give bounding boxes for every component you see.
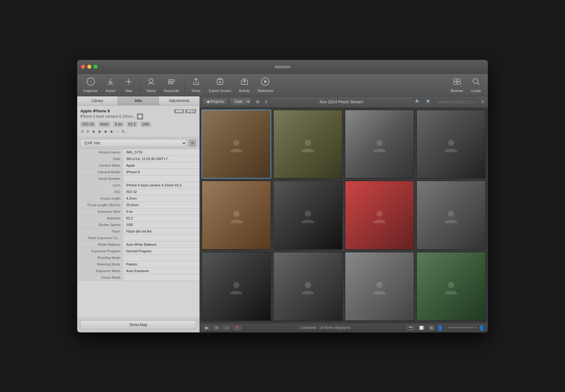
exif-value — [124, 274, 199, 281]
svg-point-28 — [448, 282, 454, 288]
list-view-button[interactable]: ≡ — [262, 98, 270, 105]
exif-value: 4.2mm — [124, 195, 199, 201]
gps-tag-button[interactable]: 📍 — [232, 325, 242, 331]
svg-rect-4 — [168, 82, 173, 84]
photo-item[interactable]: ★★★★ 🖼 ⚑ — [345, 180, 414, 250]
exif-label: Camera Make: — [77, 162, 124, 169]
photo-item[interactable]: ★★★★ 🖼 ⚑ — [416, 180, 486, 250]
single-view-button[interactable]: ⬜ — [417, 325, 426, 331]
back-chevron-icon: ◀ — [206, 99, 209, 104]
awb-badge: AWB — [174, 109, 184, 113]
photo-item[interactable]: ★★★★ 🖼 ⚑ — [202, 252, 271, 321]
exif-label: Exposure Program: — [77, 248, 124, 254]
photo-item[interactable]: ★★★★ 🖼 ⚑ — [273, 252, 343, 321]
new-button[interactable]: New — [120, 75, 137, 94]
exif-value — [124, 175, 199, 182]
select-tool-button[interactable]: ▶ — [203, 325, 211, 331]
star-1[interactable]: ★ — [92, 129, 96, 134]
grid-small-button[interactable]: ⊞ — [428, 325, 435, 331]
projects-button[interactable]: ◀ Projects — [203, 98, 227, 105]
photo-image — [202, 181, 271, 250]
svg-point-27 — [376, 282, 383, 288]
svg-point-16 — [139, 116, 141, 117]
rotate-tool-button[interactable]: ↺ — [212, 325, 221, 331]
exif-label: White Balance: — [77, 241, 124, 248]
photo-item[interactable]: ★★★★ 🖼 ⚑ — [202, 110, 271, 179]
new-icon — [124, 77, 133, 88]
date-select[interactable]: Date — [230, 98, 251, 105]
photo-item[interactable]: ★★★★ 🖼 ⚑ — [273, 180, 343, 250]
exif-row: Metering Mode: Pattern — [77, 261, 199, 268]
photo-item[interactable]: ★★★★ 🖼 ⚑ — [345, 252, 414, 321]
grid-view-button[interactable]: ⊞ — [254, 98, 262, 105]
share-button[interactable]: Share — [188, 75, 205, 94]
close-button[interactable] — [81, 65, 85, 69]
inspector-button[interactable]: i Inspector — [80, 75, 101, 94]
show-map-button[interactable]: Show Map — [80, 320, 196, 329]
slideshow-button[interactable]: Slideshow — [254, 75, 276, 94]
exif-row: Date: 30/11/14, 12:03:45 GMT+7 — [77, 156, 199, 162]
activity-label: Activity — [239, 89, 250, 93]
name-button[interactable]: Name — [143, 75, 159, 94]
keywords-button[interactable]: Keywords — [161, 75, 182, 94]
svg-rect-12 — [454, 82, 457, 84]
exif-label: Metering Mode: — [77, 261, 124, 267]
search-input[interactable] — [435, 99, 479, 105]
photo-footer: ★★★★ 🖼 ⚑ — [274, 250, 342, 250]
star-2[interactable]: ★ — [98, 129, 102, 134]
photo-info-button[interactable]: 📷 — [406, 325, 415, 331]
exif-value — [124, 255, 199, 261]
exif-row: Focal Length (35mm): 29.0mm — [77, 202, 199, 208]
photo-item[interactable]: ★★★★ 🖼 ⚑ — [202, 180, 271, 250]
zoom-slider[interactable] — [448, 327, 473, 328]
rotate-right-icon[interactable]: ↻ — [121, 129, 125, 134]
exif-row: ISO: ISO 32 — [77, 189, 199, 195]
import-button[interactable]: Import — [102, 75, 119, 94]
maximize-button[interactable] — [94, 65, 98, 69]
status-right: 📷 ⬜ ⊞ 👤 − + 👤 — [406, 325, 485, 331]
face-tag-button[interactable]: ☺ — [222, 325, 231, 331]
param-shutter: 1/60 — [140, 121, 151, 127]
inspector-icon: i — [86, 77, 95, 88]
browser-button[interactable]: Browser — [448, 75, 466, 94]
svg-point-19 — [376, 140, 383, 146]
exif-value: Auto Exposure — [124, 268, 199, 274]
photo-item[interactable]: ★★★★ 🖼 ⚑ — [273, 110, 343, 179]
star-5[interactable]: ★ — [116, 129, 120, 134]
photo-image — [345, 181, 414, 250]
exif-row: Exposure Bias: 0 ev — [77, 208, 199, 215]
activity-button[interactable]: Activity — [236, 75, 253, 94]
photo-item[interactable]: ★★★★ 🖼 ⚑ — [345, 110, 414, 179]
star-3[interactable]: ★ — [104, 129, 108, 134]
loupe-button[interactable]: Loupe — [468, 75, 485, 94]
status-text: 1 selected · 14 items displayed — [299, 325, 350, 330]
browser-icon — [453, 77, 461, 88]
person-icon-2: 👤 — [478, 325, 485, 331]
exif-value: 30/11/14, 12:03:45 GMT+7 — [124, 156, 199, 162]
name-icon — [147, 77, 155, 88]
export-button[interactable]: Export Version — [206, 75, 235, 94]
photo-item[interactable]: ★★★★ 🖼 ⚑ — [416, 252, 486, 321]
tab-info[interactable]: Info — [118, 96, 159, 105]
minimize-button[interactable] — [87, 65, 91, 69]
reject-icon[interactable]: ✕ — [86, 129, 90, 134]
sidebar: Library Info Adjustments Apple iPhone 6 … — [77, 96, 200, 332]
search-options-button[interactable]: 🔍 — [413, 98, 422, 105]
keywords-icon — [167, 77, 176, 88]
tab-library[interactable]: Library — [77, 96, 118, 105]
exif-label: ISO: — [77, 189, 124, 195]
activity-icon — [240, 77, 249, 88]
exif-info-dropdown[interactable]: EXIF Info — [80, 139, 187, 147]
svg-rect-11 — [457, 79, 460, 81]
star-4[interactable]: ★ — [110, 129, 114, 134]
search-clear-button[interactable]: ✕ — [481, 99, 485, 104]
photo-item[interactable]: ★★★★ 🖼 ⚑ — [416, 110, 486, 179]
param-focal: 4mm — [98, 121, 110, 127]
rotate-left-icon[interactable]: ↺ — [80, 129, 84, 134]
info-settings-button[interactable]: ⚙ — [189, 139, 196, 147]
photo-footer: ★★★★ 🖼 ⚑ — [202, 179, 271, 179]
toolbar-separator-2 — [185, 77, 185, 93]
svg-point-2 — [149, 79, 153, 83]
exif-value: 0 ev — [124, 208, 199, 215]
tab-adjustments[interactable]: Adjustments — [159, 96, 199, 105]
